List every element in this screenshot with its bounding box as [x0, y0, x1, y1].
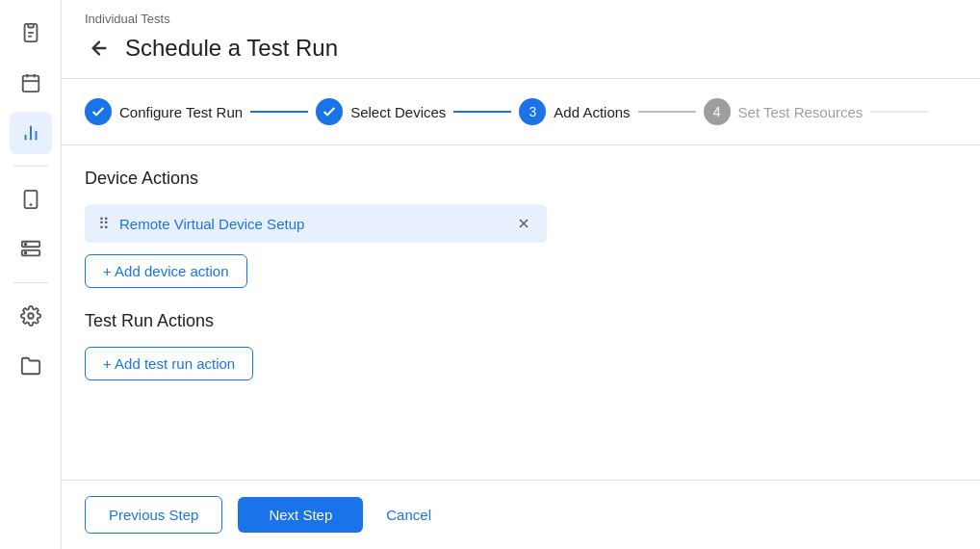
device-actions-title: Device Actions [85, 169, 957, 189]
add-device-action-button[interactable]: + Add device action [85, 254, 247, 288]
footer: Previous Step Next Step Cancel [62, 480, 980, 549]
back-button[interactable] [85, 34, 114, 63]
test-run-actions-title: Test Run Actions [85, 311, 957, 331]
sidebar-item-clipboard[interactable] [10, 12, 52, 54]
device-action-chip-0: ⠿ Remote Virtual Device Setup [85, 204, 547, 243]
sidebar-item-folder[interactable] [10, 345, 52, 387]
step-select-devices: Select Devices [316, 98, 446, 125]
previous-step-button[interactable]: Previous Step [85, 496, 222, 534]
add-test-run-action-button[interactable]: + Add test run action [85, 347, 253, 380]
sidebar-item-phone[interactable] [10, 178, 52, 221]
step-circle-select-devices [316, 98, 343, 125]
step-circle-configure [85, 98, 112, 125]
test-run-actions-section: Test Run Actions + Add test run action [85, 311, 957, 380]
step-label-add-actions: Add Actions [554, 104, 630, 120]
sidebar [0, 0, 62, 549]
step-add-actions: 3 Add Actions [519, 98, 630, 125]
step-label-set-resources: Set Test Resources [738, 104, 864, 120]
connector-2 [453, 111, 511, 113]
cancel-button[interactable]: Cancel [378, 497, 439, 533]
device-action-close-0[interactable] [514, 214, 533, 233]
step-label-select-devices: Select Devices [350, 104, 446, 120]
svg-rect-0 [28, 24, 34, 28]
step-configure: Configure Test Run [85, 98, 243, 125]
sidebar-item-settings[interactable] [10, 295, 52, 337]
step-circle-set-resources: 4 [704, 98, 731, 125]
sidebar-item-chart[interactable] [10, 112, 52, 154]
connector-1 [250, 111, 308, 113]
svg-point-16 [28, 313, 34, 319]
connector-4 [870, 111, 928, 113]
sidebar-divider-1 [13, 166, 48, 167]
content-area: Device Actions ⠿ Remote Virtual Device S… [62, 145, 980, 480]
svg-rect-3 [22, 76, 39, 92]
step-circle-add-actions: 3 [519, 98, 546, 125]
main-content: Individual Tests Schedule a Test Run Con… [62, 0, 980, 549]
svg-point-14 [24, 244, 26, 246]
drag-handle-icon[interactable]: ⠿ [98, 215, 110, 233]
device-action-label-0: Remote Virtual Device Setup [119, 216, 504, 232]
page-title: Schedule a Test Run [125, 35, 338, 62]
next-step-button[interactable]: Next Step [238, 497, 363, 533]
steps-bar: Configure Test Run Select Devices 3 Add … [62, 79, 980, 145]
svg-point-15 [24, 252, 26, 254]
header: Individual Tests Schedule a Test Run [62, 0, 980, 79]
connector-3 [638, 111, 696, 113]
breadcrumb: Individual Tests [85, 12, 957, 26]
sidebar-divider-2 [13, 282, 48, 283]
step-set-resources: 4 Set Test Resources [704, 98, 864, 125]
sidebar-item-server[interactable] [10, 228, 52, 271]
sidebar-item-calendar[interactable] [10, 62, 52, 104]
device-actions-section: Device Actions ⠿ Remote Virtual Device S… [85, 169, 957, 288]
step-label-configure: Configure Test Run [119, 104, 243, 120]
